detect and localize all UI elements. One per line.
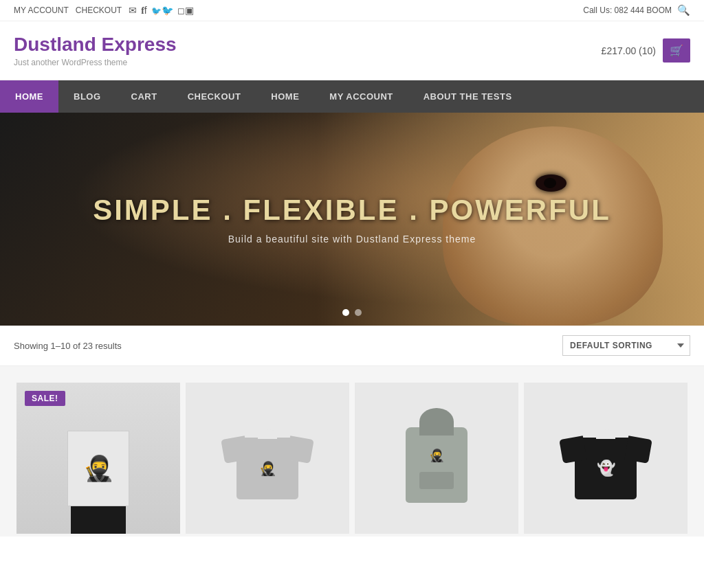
product-card-3[interactable]: 🥷 <box>355 383 518 534</box>
black-tshirt-body: 👻 <box>575 438 637 499</box>
call-us-text: Call Us: 082 444 BOOM <box>583 5 672 15</box>
product-image-3: 🥷 <box>355 383 518 534</box>
site-title[interactable]: Dustland Express <box>14 34 177 55</box>
hero-dots <box>342 309 362 316</box>
hero-dot-2[interactable] <box>355 309 362 316</box>
products-grid: 🥷 SALE! 🥷 🥷 <box>0 366 704 536</box>
top-bar-left: MY ACCOUNT CHECKOUT f 🐦 ▣ <box>14 5 194 16</box>
hoodie-pocket <box>419 472 454 489</box>
twitter-icon[interactable]: 🐦 <box>151 5 173 16</box>
cart-total-text: £217.00 (10) <box>602 45 656 56</box>
black-sleeve-left <box>559 436 587 464</box>
hero-content: SIMPLE . FLEXIBLE . POWERFUL Build a bea… <box>93 194 611 245</box>
product-card-4[interactable]: 👻 <box>524 383 688 534</box>
nav-item-blog[interactable]: BLOG <box>58 80 116 113</box>
nav-item-home2[interactable]: HOME <box>256 80 314 113</box>
facebook-icon[interactable]: f <box>141 5 147 16</box>
hoodie-hood <box>419 408 454 436</box>
hero-dot-1[interactable] <box>342 309 349 316</box>
gray-tshirt-shape: 🥷 <box>230 417 305 499</box>
results-text: Showing 1–10 of 23 results <box>14 341 122 351</box>
product-image-4: 👻 <box>524 383 688 534</box>
nav-item-my-account[interactable]: MY ACCOUNT <box>314 80 408 113</box>
nav-item-checkout[interactable]: CHECKOUT <box>173 80 256 113</box>
hero-subtitle: Build a beautiful site with Dustland Exp… <box>93 234 611 245</box>
black-tshirt-shape: 👻 <box>568 417 644 499</box>
cart-icon-button[interactable]: 🛒 <box>663 38 690 63</box>
checkout-link[interactable]: CHECKOUT <box>76 5 122 15</box>
product-card-2[interactable]: 🥷 <box>186 383 349 534</box>
products-bar: Showing 1–10 of 23 results DEFAULT SORTI… <box>0 326 704 366</box>
tshirt-sleeve-left <box>221 436 249 464</box>
ninja-icon: 🥷 <box>83 454 114 483</box>
header: Dustland Express Just another WordPress … <box>0 21 704 80</box>
site-tagline: Just another WordPress theme <box>14 58 177 67</box>
sale-badge: SALE! <box>25 391 65 406</box>
cart-total-area: £217.00 (10) 🛒 <box>602 38 690 63</box>
branding: Dustland Express Just another WordPress … <box>14 34 177 67</box>
poster: 🥷 <box>67 431 129 506</box>
hero-title: SIMPLE . FLEXIBLE . POWERFUL <box>93 194 611 227</box>
black-tshirt-neck <box>596 429 615 439</box>
black-sleeve-right <box>624 436 652 464</box>
nav-item-home[interactable]: HOME <box>0 80 58 113</box>
social-icons: f 🐦 ▣ <box>129 5 194 16</box>
top-bar-right: Call Us: 082 444 BOOM 🔍 <box>583 4 690 16</box>
hoodie-body: 🥷 <box>406 427 468 503</box>
email-icon[interactable] <box>129 5 137 16</box>
nav-item-cart[interactable]: CART <box>116 80 173 113</box>
product-card-1[interactable]: 🥷 SALE! <box>16 383 180 534</box>
my-account-link[interactable]: MY ACCOUNT <box>14 5 69 15</box>
instagram-icon[interactable]: ▣ <box>177 5 194 16</box>
nav-item-about-tests[interactable]: ABOUT THE TESTS <box>408 80 527 113</box>
tshirt-sleeve-right <box>286 436 314 464</box>
search-icon[interactable]: 🔍 <box>677 4 690 16</box>
sort-select[interactable]: DEFAULT SORTING SORT BY POPULARITY SORT … <box>562 335 690 356</box>
tshirt-neck <box>258 429 277 439</box>
main-nav: HOME BLOG CART CHECKOUT HOME MY ACCOUNT … <box>0 80 704 113</box>
product-image-2: 🥷 <box>186 383 349 534</box>
hero-banner: SIMPLE . FLEXIBLE . POWERFUL Build a bea… <box>0 113 704 326</box>
top-bar: MY ACCOUNT CHECKOUT f 🐦 ▣ Call Us: 082 4… <box>0 0 704 21</box>
hero-eye <box>536 174 566 192</box>
tshirt-body: 🥷 <box>236 438 298 499</box>
